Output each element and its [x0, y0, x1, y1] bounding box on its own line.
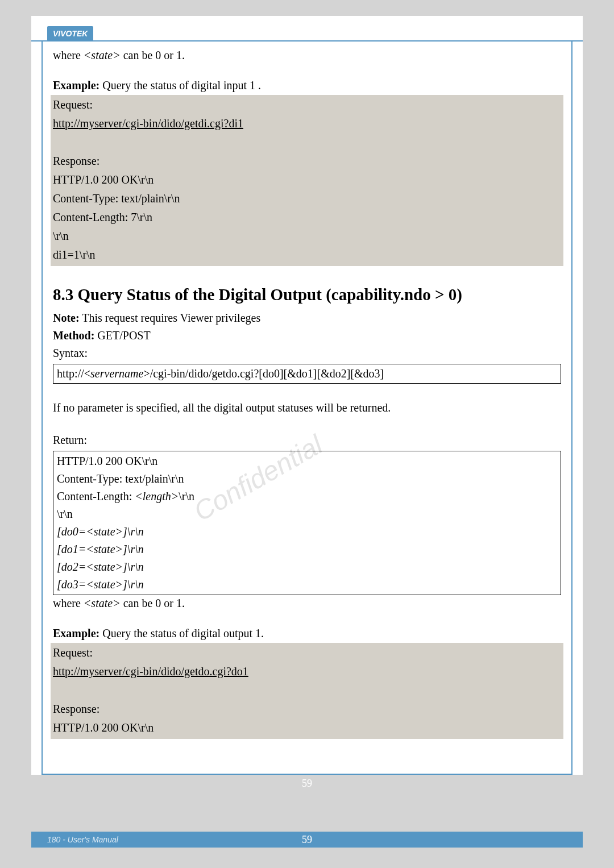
response-label-1: Response: — [53, 152, 561, 170]
response-label-2: Response: — [53, 700, 561, 718]
request-block-1: Request: http://myserver/cgi-bin/dido/ge… — [51, 95, 563, 266]
resp1-l3: Content-Length: 7\r\n — [53, 209, 561, 226]
request-label-2: Request: — [53, 644, 561, 662]
ret-l1: HTTP/1.0 200 OK\r\n — [57, 452, 557, 470]
ret-do0: [do0=<state>]\r\n — [57, 523, 557, 541]
request-block-2: Request: http://myserver/cgi-bin/dido/ge… — [51, 643, 563, 739]
ret-do2: [do2=<state>]\r\n — [57, 558, 557, 576]
resp1-l2: Content-Type: text/plain\r\n — [53, 190, 561, 207]
ret-l4: \r\n — [57, 505, 557, 523]
where-state-note-2: where <state> can be 0 or 1. — [53, 595, 561, 612]
return-label: Return: — [53, 432, 561, 448]
syntax-label: Syntax: — [53, 345, 561, 362]
example-1: Example: Query the status of digital inp… — [53, 77, 561, 94]
ret-l2: Content-Type: text/plain\r\n — [57, 470, 557, 488]
request-url-1[interactable]: http://myserver/cgi-bin/dido/getdi.cgi?d… — [53, 117, 243, 130]
return-box: HTTP/1.0 200 OK\r\n Content-Type: text/p… — [53, 451, 561, 595]
page-footer: 180 - User's Manual 59 — [31, 832, 583, 848]
document-frame: Confidential where <state> can be 0 or 1… — [42, 41, 572, 775]
where-state-note-1: where <state> can be 0 or 1. — [53, 47, 561, 64]
section-note: Note: This request requires Viewer privi… — [53, 310, 561, 326]
no-param-note: If no parameter is specified, all the di… — [53, 400, 561, 416]
request-label-1: Request: — [53, 96, 561, 114]
footer-left-text: 180 - User's Manual — [47, 835, 567, 844]
brand-logo: VIVOTEK — [47, 26, 93, 41]
request-url-2[interactable]: http://myserver/cgi-bin/dido/getdo.cgi?d… — [53, 665, 248, 678]
example-2: Example: Query the status of digital out… — [53, 625, 561, 642]
resp2-l1: HTTP/1.0 200 OK\r\n — [53, 719, 561, 737]
content-page-number: 59 — [43, 778, 571, 790]
ret-do3: [do3=<state>]\r\n — [57, 576, 557, 593]
ret-l3: Content-Length: <length>\r\n — [57, 488, 557, 505]
syntax-box: http://<servername>/cgi-bin/dido/getdo.c… — [53, 364, 561, 384]
ret-do1: [do1=<state>]\r\n — [57, 541, 557, 558]
section-method: Method: GET/POST — [53, 327, 561, 344]
section-heading-8-3: 8.3 Query Status of the Digital Output (… — [53, 285, 561, 304]
resp1-l5: di1=1\r\n — [53, 246, 561, 264]
resp1-l4: \r\n — [53, 227, 561, 245]
resp1-l1: HTTP/1.0 200 OK\r\n — [53, 171, 561, 189]
